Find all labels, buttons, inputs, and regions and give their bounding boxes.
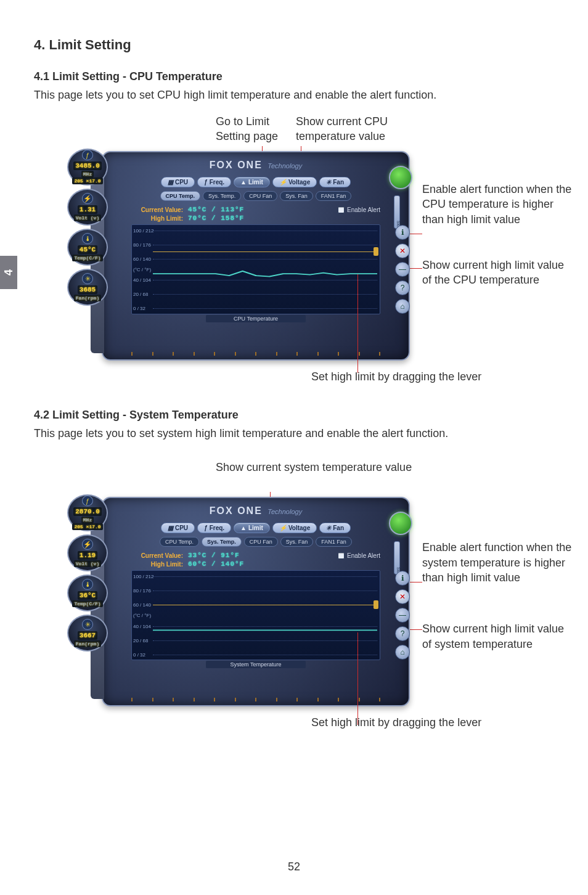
label-high-limit: High Limit: <box>131 561 183 568</box>
gauge-temp: 🌡 45°C Temp(C/F) <box>67 229 108 266</box>
gauge-rpm: ✳ 3685 Fan(rpm) <box>67 269 108 306</box>
annot-set-high-limit-1: Set high limit by dragging the lever <box>311 369 570 384</box>
readout-block: Current Value: 45°C / 113°F Enable Alert… <box>131 206 380 222</box>
home-button[interactable]: ⌂ <box>395 645 410 660</box>
callout-current-cpu-temp: Show current CPU temperature value <box>296 114 388 144</box>
gauge-mhz: ƒ 2870.0 MHz 205 ×17.0 <box>67 494 108 531</box>
limit-icon: ▲ <box>240 179 247 186</box>
subtab-cpu-temp[interactable]: CPU Temp. <box>160 537 199 547</box>
gauge-volt: ⚡ 1.19 Volt (v) <box>67 534 108 571</box>
subtab-fan1[interactable]: FAN1 Fan <box>316 191 352 201</box>
annot-high-limit-2: Show current high limit value of system … <box>422 621 576 652</box>
bolt-icon: ⚡ <box>279 179 287 186</box>
gauge-rpm: ✳ 3667 Fan(rpm) <box>67 615 108 652</box>
tab-voltage[interactable]: ⚡Voltage <box>272 177 317 187</box>
wave-icon: ƒ <box>204 525 208 531</box>
tab-freq[interactable]: ƒFreq. <box>197 177 231 187</box>
fan-icon: ✳ <box>326 179 331 186</box>
value-high-limit-cpu: 70°C / 158°F <box>188 215 244 222</box>
foxone-panel-sys: ƒ 2870.0 MHz 205 ×17.0 ⚡ 1.19 Volt (v) 🌡… <box>102 497 410 706</box>
page-number: 52 <box>0 860 588 873</box>
fan-icon: ✳ <box>326 525 331 531</box>
help-button[interactable]: ? <box>395 626 410 641</box>
brand-suffix: Technology <box>267 508 302 515</box>
tab-freq[interactable]: ƒFreq. <box>197 523 231 533</box>
frequency-icon: ƒ <box>82 496 93 506</box>
body-4-1: This page lets you to set CPU high limit… <box>34 87 554 103</box>
gauge-strip: ƒ 3485.0 MHz 205 ×17.0 ⚡ 1.31 Volt (v) 🌡… <box>67 149 108 306</box>
high-limit-lever[interactable] <box>374 600 378 609</box>
brand-bar: FOX ONE Technology <box>103 160 409 171</box>
thermometer-icon: 🌡 <box>82 233 93 244</box>
subtab-fan1[interactable]: FAN1 Fan <box>316 537 352 547</box>
minimize-button[interactable]: — <box>395 608 410 623</box>
gauge-mhz: ƒ 3485.0 MHz 205 ×17.0 <box>67 149 108 186</box>
heading-limit-setting: 4. Limit Setting <box>34 37 554 53</box>
tab-cpu[interactable]: ▦CPU <box>161 177 195 187</box>
enable-alert-control[interactable]: Enable Alert <box>338 552 380 559</box>
checkbox-icon[interactable] <box>338 552 345 559</box>
value-current-cpu: 45°C / 113°F <box>188 206 244 213</box>
foxone-logo: FOX ONE <box>210 505 263 517</box>
skin-slider[interactable] <box>394 195 400 229</box>
tab-fan[interactable]: ✳Fan <box>319 177 351 187</box>
callout-go-to-limit: Go to Limit Setting page <box>216 114 278 144</box>
close-button[interactable]: ✕ <box>395 589 410 604</box>
chip-icon: ▦ <box>168 525 173 531</box>
info-button[interactable]: ℹ <box>395 571 410 586</box>
high-limit-lever[interactable] <box>374 247 378 256</box>
close-button[interactable]: ✕ <box>395 243 410 258</box>
subtab-sys-fan[interactable]: Sys. Fan <box>280 537 314 547</box>
gauge-temp: 🌡 36°C Temp(C/F) <box>67 574 108 611</box>
annot-enable-alert-1: Enable alert function when the CPU tempe… <box>422 182 576 227</box>
gauge-volt: ⚡ 1.31 Volt (v) <box>67 189 108 226</box>
power-button[interactable] <box>389 512 412 535</box>
thermometer-icon: 🌡 <box>82 579 93 590</box>
label-enable-alert: Enable Alert <box>347 206 380 213</box>
annot-set-high-limit-2: Set high limit by dragging the lever <box>311 715 570 730</box>
tab-fan[interactable]: ✳Fan <box>319 523 351 533</box>
subtab-cpu-temp[interactable]: CPU Temp. <box>160 191 200 201</box>
chart-cpu-temp: 100 / 212 80 / 176 60 / 140 (°C / °F) 40… <box>131 224 380 314</box>
bolt-icon: ⚡ <box>82 193 93 204</box>
bolt-icon: ⚡ <box>279 525 287 531</box>
subtab-cpu-fan[interactable]: CPU Fan <box>244 537 278 547</box>
frequency-icon: ƒ <box>82 150 93 160</box>
chart-xlabel-sys: System Temperature <box>206 661 306 668</box>
limit-icon: ▲ <box>240 525 247 531</box>
power-button[interactable] <box>389 166 412 189</box>
annot-high-limit-1: Show current high limit value of the CPU… <box>422 258 576 288</box>
side-rail: ℹ ✕ — ? ⌂ <box>395 571 410 660</box>
figure-cpu-temp: Go to Limit Setting page Show current CP… <box>68 114 570 384</box>
tab-cpu[interactable]: ▦CPU <box>161 523 195 533</box>
skin-slider[interactable] <box>394 541 400 574</box>
foxone-panel-cpu: ƒ 3485.0 MHz 205 ×17.0 ⚡ 1.31 Volt (v) 🌡… <box>102 151 410 361</box>
value-current-sys: 33°C / 91°F <box>188 552 240 559</box>
subtab-sys-temp[interactable]: Sys. Temp. <box>202 537 242 547</box>
wave-icon: ƒ <box>204 179 208 186</box>
chart-xlabel-cpu: CPU Temperature <box>206 315 306 322</box>
gauge-strip: ƒ 2870.0 MHz 205 ×17.0 ⚡ 1.19 Volt (v) 🌡… <box>67 494 108 652</box>
minimize-button[interactable]: — <box>395 262 410 277</box>
tab-limit[interactable]: ▲Limit <box>234 523 270 533</box>
enable-alert-control[interactable]: Enable Alert <box>338 206 380 213</box>
info-button[interactable]: ℹ <box>395 225 410 240</box>
side-rail: ℹ ✕ — ? ⌂ <box>395 225 410 314</box>
home-button[interactable]: ⌂ <box>395 299 410 314</box>
tab-voltage[interactable]: ⚡Voltage <box>272 523 317 533</box>
subtab-sys-fan[interactable]: Sys. Fan <box>280 191 313 201</box>
help-button[interactable]: ? <box>395 280 410 295</box>
brand-suffix: Technology <box>267 162 302 170</box>
fan-icon: ✳ <box>82 273 93 284</box>
brand-bar: FOX ONE Technology <box>103 505 409 517</box>
checkbox-icon[interactable] <box>338 206 345 213</box>
fan-icon: ✳ <box>82 619 93 630</box>
tab-limit[interactable]: ▲Limit <box>234 177 270 187</box>
foxone-logo: FOX ONE <box>210 160 263 171</box>
label-current-value: Current Value: <box>131 552 183 559</box>
subtab-cpu-fan[interactable]: CPU Fan <box>243 191 277 201</box>
chip-icon: ▦ <box>168 179 173 186</box>
subtab-sys-temp[interactable]: Sys. Temp. <box>203 191 241 201</box>
figure-sys-temp: Show current system temperature value En… <box>68 460 570 730</box>
label-current-value: Current Value: <box>131 206 183 213</box>
